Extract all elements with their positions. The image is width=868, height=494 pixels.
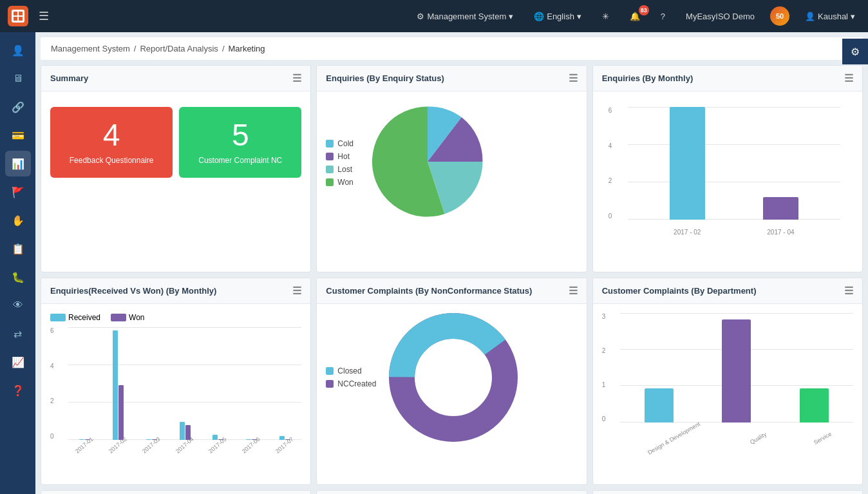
card-enquiries-received-won-menu[interactable]: ☰ [292,285,301,297]
card-enquiries-received-won: Enquiries(Received Vs Won) (By Monthly) … [41,278,311,485]
card-cc-management-type-header: Customer Complaints (By Management Syste… [41,491,310,494]
sidebar-item-hand[interactable]: ✋ [5,207,31,233]
card-cc-nc-status-header: Customer Complaints (By NonConformance S… [317,278,586,304]
breadcrumb-part2[interactable]: Report/Data Analysis [140,44,218,53]
sidebar-item-clipboard[interactable]: 📋 [5,236,31,261]
summary-box-complaint[interactable]: 5 Customer Complaint NC [179,107,301,178]
enquiries-pie-chart [366,100,489,225]
cc-dept-bar-service [800,388,829,423]
card-enquiries-status-menu[interactable]: ☰ [569,72,578,84]
cc-nc-chart-area: Closed NCCreated [326,313,577,442]
lang-dropdown-arrow: ▾ [577,12,581,21]
legend-won: Won [111,313,144,322]
cc-dept-bar-design [645,388,674,423]
enquiries-monthly-chart-area: 6 4 2 0 [602,100,853,236]
legend-dot-closed [326,367,334,375]
demo-label[interactable]: MyEasyISO Demo [681,9,760,24]
legend-received-swatch [50,314,66,321]
card-cc-nc-status: Customer Complaints (By NonConformance S… [316,278,587,485]
svg-rect-2 [14,17,17,21]
language-label: English [547,12,574,21]
card-summary-body: 4 Feedback Questionnaire 5 Customer Comp… [41,91,310,272]
card-summary-title: Summary [50,73,88,83]
logo-inner [12,10,24,23]
summary-box1-label: Feedback Questionnaire [70,156,154,165]
summary-boxes: 4 Feedback Questionnaire 5 Customer Comp… [50,107,301,178]
legend-nccreated: NCCreated [326,379,376,388]
x-axis-labels-monthly: 2017 - 02 2017 - 04 [628,229,840,236]
settings-corner-button[interactable]: ⚙ [842,39,868,64]
sidebar-item-card[interactable]: 💳 [5,122,31,148]
card-cc-dept-body: 3 2 1 0 [593,304,862,484]
card-enquiries-status-body: Cold Hot Lost [317,91,586,272]
user-menu[interactable]: 👤 Kaushal ▾ [800,9,860,24]
sidebar-item-help[interactable]: ❓ [5,377,31,403]
sidebar-item-user[interactable]: 👤 [5,37,31,63]
enquiries-monthly-chart: 6 4 2 0 [628,107,840,236]
legend-won-label: Won [129,313,144,322]
breadcrumb: Management System / Report/Data Analysis… [41,37,863,60]
management-label: Management System [427,12,506,21]
globe-icon: 🌐 [534,12,544,21]
user-avatar[interactable]: 50 [770,6,789,26]
legend-won-swatch [111,314,126,321]
card-cc-monthly: Customer Complaints (By Monthly) ☰ [316,490,587,494]
cc-dept-bar-quality [722,319,751,423]
card-cc-dept: Customer Complaints (By Department) ☰ 3 … [592,278,863,485]
legend-hot: Hot [326,152,354,161]
help-button[interactable]: ? [656,9,670,24]
rw-legend: Received Won [50,313,301,322]
management-system-menu[interactable]: ⚙ Management System ▾ [411,9,518,24]
breadcrumb-sep1: / [134,44,137,53]
rw-x-labels: 2017-01 2017-02 2017-03 2017-04 2017-05 … [68,447,301,456]
y-axis-labels-monthly: 6 4 2 0 [609,107,612,220]
legend-cold: Cold [326,139,354,148]
sidebar-item-transfer[interactable]: ⇄ [5,321,31,347]
app-logo[interactable] [8,6,28,26]
rw-bars [68,330,301,440]
sidebar-item-line-chart[interactable]: 📈 [5,349,31,375]
connections-icon[interactable]: ✳ [597,9,614,24]
card-summary-menu[interactable]: ☰ [292,72,301,84]
legend-dot-cold [326,140,334,147]
bar-group-feb [670,107,705,220]
user-dropdown-arrow: ▾ [851,12,855,21]
summary-box2-value: 5 [232,120,249,151]
legend-won: Won [326,178,354,187]
card-cc-dept-menu[interactable]: ☰ [844,285,853,297]
rw-chart-area: 6 4 2 0 [50,327,301,456]
card-enquiries-received-won-body: Received Won 6 4 2 0 [41,304,310,484]
sidebar-item-network[interactable]: 🔗 [5,94,31,120]
pie-svg [366,100,489,223]
legend-lost: Lost [326,165,354,174]
gear-icon: ⚙ [417,12,424,21]
card-enquiries-received-won-header: Enquiries(Received Vs Won) (By Monthly) … [41,278,310,304]
dashboard-grid: Summary ☰ 4 Feedback Questionnaire 5 Cus… [41,65,863,494]
user-name: Kaushal [818,12,848,21]
bar-feb [670,107,705,220]
card-cc-nc-status-menu[interactable]: ☰ [569,285,578,297]
card-enquiries-monthly-menu[interactable]: ☰ [844,72,853,84]
sidebar-item-flag[interactable]: 🚩 [5,179,31,205]
language-menu[interactable]: 🌐 English ▾ [529,9,587,24]
card-cc-nc-status-title: Customer Complaints (By NonConformance S… [326,286,532,296]
card-enquiries-monthly-header: Enquiries (By Monthly) ☰ [593,66,862,91]
card-enquiries-monthly: Enquiries (By Monthly) ☰ 6 4 2 0 [592,65,863,272]
demo-text: MyEasyISO Demo [686,12,755,21]
legend-received-label: Received [68,313,100,322]
card-enquiries-monthly-title: Enquiries (By Monthly) [602,73,693,83]
sidebar-item-chart-bar[interactable]: 📊 [5,151,31,176]
card-enquiries-monthly-body: 6 4 2 0 [593,91,862,272]
summary-box1-value: 4 [103,120,120,151]
hamburger-icon[interactable]: ☰ [39,9,49,23]
sidebar-item-eye[interactable]: 👁 [5,292,31,318]
breadcrumb-part1[interactable]: Management System [51,44,130,53]
notifications-button[interactable]: 🔔 83 [625,9,645,24]
cc-dept-y-labels: 3 2 1 0 [602,313,606,423]
card-cc-dept-header: Customer Complaints (By Department) ☰ [593,278,862,304]
sidebar-item-bug[interactable]: 🐛 [5,264,31,290]
user-icon: 👤 [805,12,815,21]
summary-box-feedback[interactable]: 4 Feedback Questionnaire [50,107,173,178]
sidebar-item-dashboard[interactable]: 🖥 [5,66,31,91]
question-icon: ? [661,12,665,21]
